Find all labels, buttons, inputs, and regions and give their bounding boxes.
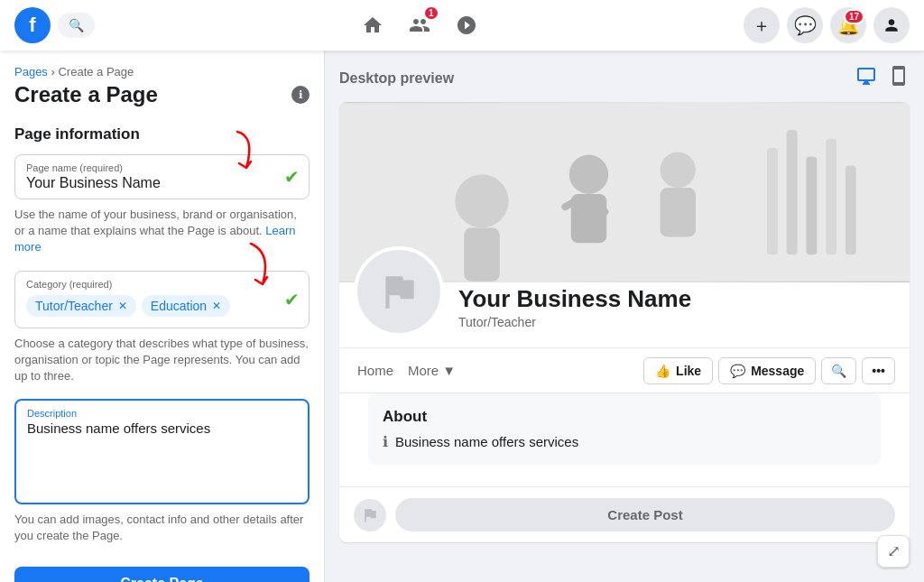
page-action-bar: Home More ▼ 👍 Like 💬 Message 🔍 ••• <box>339 347 910 393</box>
tag-tutor-teacher-label: Tutor/Teacher <box>35 299 113 313</box>
page-name-input[interactable] <box>26 175 298 191</box>
about-section: About ℹ Business name offers services <box>368 393 881 465</box>
message-label: Message <box>751 364 804 378</box>
breadcrumb: Pages › Create a Page <box>14 65 310 79</box>
svg-point-1 <box>455 174 508 227</box>
expand-icon[interactable]: ⤢ <box>877 535 910 568</box>
desktop-preview-button[interactable] <box>855 65 877 91</box>
page-name-section: Page name (required) ✔ <box>14 154 310 199</box>
nav-right: ＋ 💬 🔔 17 <box>744 7 910 43</box>
about-section-wrapper: About ℹ Business name offers services <box>339 393 910 486</box>
tag-education-label: Education <box>151 299 207 313</box>
svg-rect-2 <box>464 228 500 282</box>
tag-tutor-teacher[interactable]: Tutor/Teacher ✕ <box>26 295 136 317</box>
page-name-valid-icon: ✔ <box>284 166 300 188</box>
page-name-field[interactable]: Page name (required) ✔ <box>14 154 310 199</box>
account-button[interactable] <box>873 7 910 43</box>
svg-rect-8 <box>661 188 697 236</box>
category-label: Category (required) <box>26 279 298 290</box>
mobile-preview-button[interactable] <box>888 65 910 91</box>
more-button[interactable]: More ▼ <box>404 356 459 385</box>
action-buttons: 👍 Like 💬 Message 🔍 ••• <box>643 357 895 384</box>
message-button[interactable]: 💬 Message <box>718 357 816 384</box>
nav-left: f 🔍 <box>14 7 95 43</box>
more-chevron-icon: ▼ <box>442 363 456 378</box>
search-icon: 🔍 <box>69 18 84 32</box>
like-icon: 👍 <box>655 364 670 378</box>
section-label: Page information <box>14 125 310 143</box>
facebook-logo[interactable]: f <box>14 7 51 43</box>
preview-icons <box>855 65 910 91</box>
search-page-button[interactable]: 🔍 <box>821 357 856 384</box>
tag-education-close[interactable]: ✕ <box>212 300 221 312</box>
svg-point-3 <box>569 155 608 194</box>
category-valid-icon: ✔ <box>284 289 300 310</box>
main-layout: Pages › Create a Page Create a Page ℹ Pa… <box>0 51 924 582</box>
about-description: Business name offers services <box>395 434 578 449</box>
category-tags: Tutor/Teacher ✕ Education ✕ <box>26 291 298 320</box>
preview-title: Desktop preview <box>339 70 454 87</box>
category-helper: Choose a category that describes what ty… <box>14 336 310 385</box>
notifications-button[interactable]: 🔔 17 <box>830 7 866 43</box>
create-page-button[interactable]: Create Page <box>14 567 310 583</box>
home-nav-link[interactable]: Home <box>354 356 397 385</box>
svg-rect-10 <box>787 130 798 254</box>
svg-rect-11 <box>806 157 817 255</box>
svg-rect-4 <box>571 194 607 243</box>
more-dots-button[interactable]: ••• <box>862 357 895 384</box>
description-label: Description <box>27 408 297 419</box>
more-label: More <box>408 363 439 378</box>
left-panel: Pages › Create a Page Create a Page ℹ Pa… <box>0 51 325 582</box>
create-post-button[interactable]: Create Post <box>395 498 895 531</box>
post-avatar <box>354 499 386 531</box>
about-row: ℹ Business name offers services <box>383 433 866 450</box>
add-button[interactable]: ＋ <box>744 7 780 43</box>
svg-point-7 <box>661 152 697 189</box>
about-info-icon: ℹ <box>383 433 388 450</box>
message-icon: 💬 <box>730 364 745 378</box>
top-navigation: f 🔍 1 ＋ 💬 🔔 17 <box>0 0 924 51</box>
like-label: Like <box>676 364 701 378</box>
description-helper: You can add images, contact info and oth… <box>14 512 310 544</box>
nav-center: 1 <box>351 4 488 47</box>
svg-rect-9 <box>767 148 778 255</box>
notifications-badge: 17 <box>844 9 864 24</box>
page-name-helper: Use the name of your business, brand or … <box>14 207 310 256</box>
breadcrumb-current: Create a Page <box>58 65 134 79</box>
page-avatar <box>354 246 444 337</box>
search-box[interactable]: 🔍 <box>58 13 95 38</box>
preview-header: Desktop preview <box>339 65 910 91</box>
info-icon[interactable]: ℹ <box>291 86 310 104</box>
svg-rect-13 <box>845 165 856 254</box>
category-section: Category (required) Tutor/Teacher ✕ Educ… <box>14 271 310 328</box>
page-name-block: Your Business Name Tutor/Teacher <box>458 285 691 337</box>
friends-badge: 1 <box>423 5 439 21</box>
page-name-label: Page name (required) <box>26 162 298 173</box>
about-title: About <box>383 408 866 426</box>
create-post-row: Create Post <box>339 486 910 542</box>
friends-nav-button[interactable]: 1 <box>398 4 441 47</box>
messenger-button[interactable]: 💬 <box>787 7 823 43</box>
groups-nav-button[interactable] <box>445 4 488 47</box>
category-field[interactable]: Category (required) Tutor/Teacher ✕ Educ… <box>14 271 310 328</box>
home-nav-button[interactable] <box>351 4 394 47</box>
like-button[interactable]: 👍 Like <box>643 357 713 384</box>
description-input[interactable]: Business name offers services <box>27 420 297 493</box>
page-title: Create a Page <box>14 82 158 107</box>
breadcrumb-pages-link[interactable]: Pages <box>14 65 48 79</box>
preview-business-name: Your Business Name <box>458 285 691 313</box>
description-field[interactable]: Description Business name offers service… <box>14 399 310 504</box>
svg-rect-12 <box>826 139 836 254</box>
tag-education[interactable]: Education ✕ <box>142 295 230 317</box>
preview-category: Tutor/Teacher <box>458 315 691 329</box>
page-preview-card: Your Business Name Tutor/Teacher Home Mo… <box>339 102 910 542</box>
breadcrumb-separator: › <box>51 65 55 79</box>
tag-tutor-teacher-close[interactable]: ✕ <box>118 300 127 312</box>
right-panel: Desktop preview <box>325 51 924 582</box>
